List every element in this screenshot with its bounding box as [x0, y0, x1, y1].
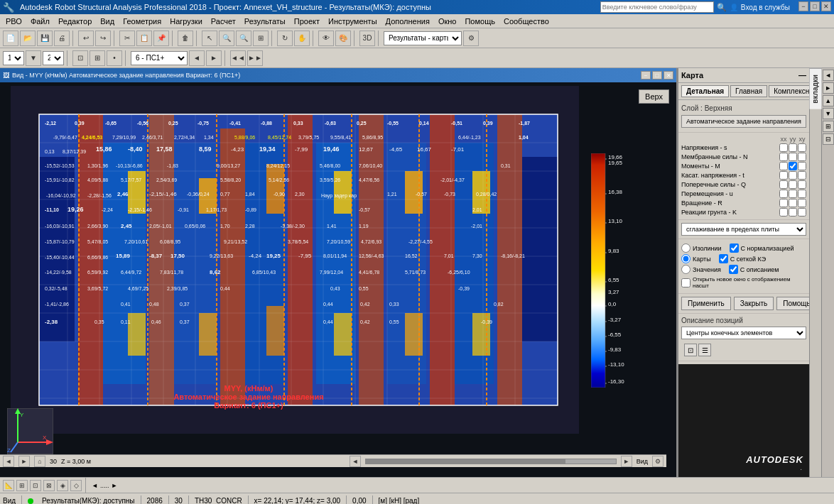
fr-icon-6[interactable]: ⊟ [823, 133, 834, 145]
cb-u-xx[interactable] [779, 190, 788, 198]
cb-m-xy[interactable] [798, 162, 806, 170]
pos-icon-1[interactable]: ⊡ [684, 344, 697, 356]
menu-loads[interactable]: Нагрузки [166, 16, 207, 27]
cb-s-yy[interactable] [789, 143, 797, 152]
apply-button[interactable]: Применить [681, 297, 731, 310]
minimize-button[interactable]: − [798, 1, 808, 11]
tab-vkladki[interactable]: вкладки [810, 68, 822, 109]
tb-display[interactable]: 👁 [318, 31, 334, 46]
tb-variant-prev[interactable]: ◄ [189, 50, 205, 66]
tb-nav-2[interactable]: ►► [247, 50, 263, 66]
search-input[interactable] [600, 1, 714, 13]
fr-icon-4[interactable]: ▼ [823, 108, 834, 119]
tb-select-2[interactable]: 2 [43, 51, 64, 65]
radio-karty[interactable] [681, 254, 691, 263]
cb-t-xy[interactable] [798, 171, 806, 180]
pos-icon-2[interactable]: ☰ [698, 344, 711, 356]
cb-r-xy[interactable] [798, 199, 806, 207]
cb-m-yy[interactable] [789, 162, 797, 170]
cb-t-yy[interactable] [789, 171, 797, 180]
vp-nav-settings[interactable]: ⚙ [652, 456, 664, 467]
tb-new[interactable]: 📄 [3, 31, 18, 46]
fr-icon-2[interactable]: ► [823, 82, 834, 94]
tb-settings[interactable]: ⚙ [463, 31, 479, 46]
user-icon[interactable]: 👤 [730, 4, 738, 11]
cb-u-xy[interactable] [798, 190, 806, 198]
cb-u-yy[interactable] [789, 190, 797, 198]
vp-close[interactable]: ✕ [664, 71, 673, 80]
menu-addons[interactable]: Дополнения [381, 16, 434, 27]
tb-undo[interactable]: ↩ [78, 31, 94, 46]
tb-nav-1[interactable]: ◄◄ [230, 50, 246, 66]
help-button[interactable]: Помощь [776, 297, 809, 310]
bt-btn-5[interactable]: ◈ [57, 480, 68, 491]
smoothing-dropdown[interactable]: сглаживание в пределах плиты [681, 223, 806, 236]
tb-open[interactable]: 📂 [20, 31, 36, 46]
cb-k-xy[interactable] [798, 208, 806, 217]
menu-geometry[interactable]: Геометрия [119, 16, 166, 27]
cb-s-xy[interactable] [798, 143, 806, 152]
tb-cut[interactable]: ✂ [119, 31, 135, 46]
cb-setka[interactable] [719, 254, 728, 263]
tab-kompleksnaya[interactable]: Комплексная [769, 85, 809, 97]
tb-variant-next[interactable]: ► [206, 50, 222, 66]
tab-detalnaya[interactable]: Детальная [681, 85, 729, 97]
vp-minimize[interactable]: − [641, 71, 651, 80]
tb-paste[interactable]: 📌 [153, 31, 169, 46]
tb-print[interactable]: 🖨 [54, 31, 70, 46]
tb-3d[interactable]: 3D [359, 31, 375, 46]
tb-redo[interactable]: ↪ [95, 31, 111, 46]
tb-grid[interactable]: ⊞ [90, 50, 105, 66]
direction-button[interactable]: Автоматическое задание направления [681, 115, 806, 128]
cb-r-yy[interactable] [789, 199, 797, 207]
tb-render[interactable]: 🎨 [335, 31, 351, 46]
tb-zoom-in[interactable]: 🔍 [219, 31, 234, 46]
vp-nav-next[interactable]: ► [18, 456, 30, 467]
tb-snap[interactable]: ⊡ [72, 50, 88, 66]
tb-select[interactable]: ↖ [202, 31, 217, 46]
cb-k-xx[interactable] [779, 208, 788, 217]
cb-m-xx[interactable] [779, 162, 788, 170]
menu-tools[interactable]: Инструменты [324, 16, 381, 27]
fr-icon-5[interactable]: ⊞ [823, 121, 834, 132]
cb-q-xx[interactable] [779, 180, 788, 189]
menu-window[interactable]: Окно [434, 16, 461, 27]
cb-opisanie[interactable] [729, 265, 738, 274]
radio-znacheniya[interactable] [681, 265, 691, 274]
variant-dropdown[interactable]: 6 - ПС1+ [131, 51, 188, 65]
cb-q-xy[interactable] [798, 180, 806, 189]
bt-btn-2[interactable]: ⊞ [16, 480, 28, 491]
menu-rvo[interactable]: РВО [1, 16, 26, 27]
cb-n-xy[interactable] [798, 153, 806, 161]
tb-zoom-out[interactable]: 🔍 [236, 31, 251, 46]
pos-dropdown[interactable]: Центры конечных элементов [681, 327, 806, 339]
bt-btn-6[interactable]: ◇ [70, 480, 82, 491]
verh-button[interactable]: Верх [639, 89, 669, 104]
tb-pan[interactable]: ✋ [294, 31, 310, 46]
menu-editor[interactable]: Редактор [54, 16, 96, 27]
menu-project[interactable]: Проект [290, 16, 324, 27]
cb-n-xx[interactable] [779, 153, 788, 161]
vp-scroll-right[interactable]: ► [621, 456, 632, 467]
menu-help[interactable]: Помощь [460, 16, 499, 27]
vp-nav-home[interactable]: ⌂ [34, 456, 45, 467]
tb-copy[interactable]: 📋 [136, 31, 152, 46]
vp-maximize[interactable]: □ [652, 71, 662, 80]
cb-n-yy[interactable] [789, 153, 797, 161]
menu-view[interactable]: Вид [96, 16, 119, 27]
menu-results[interactable]: Результаты [240, 16, 290, 27]
cb-q-yy[interactable] [789, 180, 797, 189]
tb-rotate[interactable]: ↻ [277, 31, 293, 46]
h-scrollbar-track[interactable] [365, 459, 617, 464]
bt-btn-1[interactable]: 📐 [3, 480, 14, 491]
cb-r-xx[interactable] [779, 199, 788, 207]
tab-glavnaya[interactable]: Главная [730, 85, 767, 97]
tb-select-1[interactable]: 1 [3, 51, 24, 65]
bt-btn-4[interactable]: ⊠ [43, 480, 55, 491]
cb-normaliz[interactable] [730, 243, 739, 253]
cb-t-xx[interactable] [779, 171, 788, 180]
menu-calc[interactable]: Расчет [207, 16, 240, 27]
close-button[interactable]: Закрыть [734, 297, 774, 310]
cb-k-yy[interactable] [789, 208, 797, 217]
close-button[interactable]: ✕ [821, 1, 831, 11]
